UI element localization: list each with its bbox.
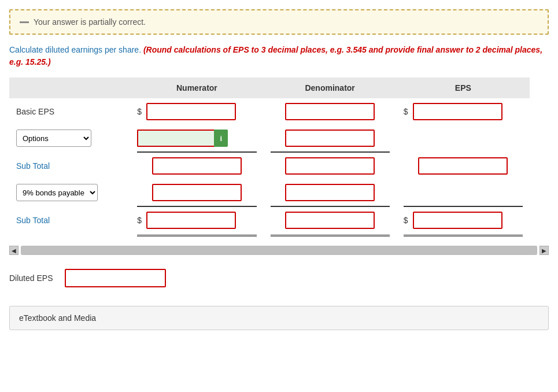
subtotal2-dollar-wrap: $ (137, 212, 256, 229)
bonds-denominator-input[interactable] (285, 184, 375, 201)
bonds-denominator-cell (264, 179, 397, 206)
scroll-thumb[interactable] (21, 246, 537, 254)
dbl-num (130, 234, 263, 236)
basic-eps-numerator-cell: $ (130, 98, 263, 125)
options-numerator-cell: i (130, 125, 263, 151)
diluted-eps-section: Diluted EPS (9, 264, 549, 292)
subtotal-2-denominator-input[interactable] (285, 212, 375, 229)
bonds-numerator-input[interactable] (152, 184, 242, 201)
subtotal-1-eps-input[interactable] (418, 157, 508, 175)
bonds-dropdown-cell: 9% bonds payable (9, 179, 130, 206)
double-line-row (9, 234, 530, 236)
subtotal-2-label: Sub Total (9, 207, 130, 234)
scroll-right-arrow[interactable]: ▶ (539, 246, 549, 255)
bonds-select[interactable]: 9% bonds payable (16, 184, 98, 201)
dollar-sign-4: $ (404, 216, 411, 225)
subtotal-1-row: Sub Total (9, 153, 530, 179)
subtotal-2-eps-input[interactable] (413, 212, 502, 229)
col-header-label (9, 77, 130, 98)
minus-icon (20, 21, 29, 23)
bonds-numerator-cell (130, 179, 263, 206)
numerator-dollar-wrap: $ (137, 103, 256, 120)
bonds-eps-cell (397, 179, 530, 206)
dollar-sign-1: $ (137, 107, 144, 116)
subtotal-1-numerator-cell (130, 153, 263, 179)
scroll-track[interactable] (21, 246, 537, 255)
subtotal-1-denominator-cell (264, 153, 397, 179)
instructions: Calculate diluted earnings per share. (R… (9, 44, 549, 68)
basic-eps-row: Basic EPS $ $ (9, 98, 530, 125)
options-eps-cell (397, 125, 530, 151)
options-input-wrap: i (137, 130, 256, 147)
basic-eps-numerator-input[interactable] (146, 103, 236, 120)
col-header-eps: EPS (397, 77, 530, 98)
options-select[interactable]: Options (16, 130, 91, 147)
col-header-denominator: Denominator (264, 77, 397, 98)
dbl-eps (397, 234, 530, 236)
subtotal-2-row: Sub Total $ $ (9, 207, 530, 234)
basic-eps-eps-input[interactable] (413, 103, 502, 120)
diluted-eps-input[interactable] (65, 269, 166, 287)
basic-eps-label: Basic EPS (9, 98, 130, 125)
options-denominator-cell (264, 125, 397, 151)
dbl-label (9, 234, 130, 236)
subtotal-2-denominator-cell (264, 207, 397, 234)
subtotal-2-text: Sub Total (16, 216, 50, 225)
subtotal-2-numerator-input[interactable] (146, 212, 236, 229)
dbl-den (264, 234, 397, 236)
diluted-eps-label: Diluted EPS (9, 273, 56, 283)
eps-dollar-wrap: $ (404, 103, 523, 120)
partial-correct-banner: Your answer is partially correct. (9, 9, 549, 35)
basic-eps-denominator-cell (264, 98, 397, 125)
banner-text: Your answer is partially correct. (34, 17, 146, 27)
eps-table-wrapper: Numerator Denominator EPS Basic EPS $ (9, 77, 549, 236)
subtotal-1-eps-cell (397, 153, 530, 179)
subtotal-1-text: Sub Total (16, 161, 50, 171)
basic-eps-eps-cell: $ (397, 98, 530, 125)
basic-eps-denominator-input[interactable] (285, 103, 375, 120)
options-numerator-input[interactable] (137, 130, 214, 147)
subtotal-1-numerator-input[interactable] (152, 157, 242, 175)
dollar-sign-2: $ (404, 107, 411, 116)
eps-table: Numerator Denominator EPS Basic EPS $ (9, 77, 530, 236)
bonds-row: 9% bonds payable (9, 179, 530, 206)
dollar-sign-3: $ (137, 216, 144, 225)
info-button[interactable]: i (214, 130, 228, 147)
etextbook-bar: eTextbook and Media (9, 306, 549, 330)
subtotal-2-numerator-cell: $ (130, 207, 263, 234)
options-row: Options i (9, 125, 530, 151)
subtotal-1-denominator-input[interactable] (285, 157, 375, 175)
horizontal-scrollbar[interactable]: ◀ ▶ (9, 246, 549, 255)
subtotal-2-eps-cell: $ (397, 207, 530, 234)
etextbook-label: eTextbook and Media (19, 313, 96, 323)
col-header-numerator: Numerator (130, 77, 263, 98)
subtotal2-eps-dollar-wrap: $ (404, 212, 523, 229)
options-denominator-input[interactable] (285, 130, 375, 147)
subtotal-1-label: Sub Total (9, 153, 130, 179)
instruction-normal: Calculate diluted earnings per share. (9, 45, 141, 54)
options-dropdown-cell: Options (9, 125, 130, 151)
scroll-left-arrow[interactable]: ◀ (9, 246, 19, 255)
